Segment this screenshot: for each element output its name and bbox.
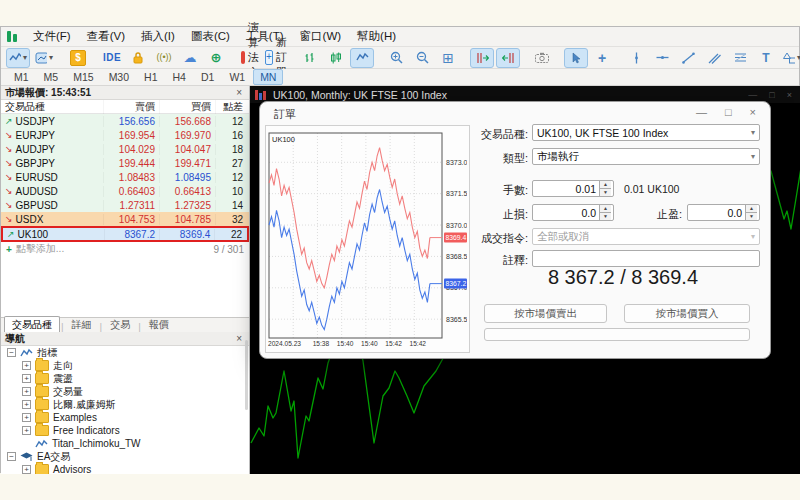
- close-icon[interactable]: ×: [787, 90, 792, 100]
- expand-icon[interactable]: +: [22, 361, 31, 370]
- table-row-gbpusd[interactable]: ↘GBPUSD1.273111.2732514: [1, 198, 249, 212]
- timeframe-h4[interactable]: H4: [166, 69, 193, 85]
- expand-icon[interactable]: +: [22, 465, 31, 474]
- order-type-select[interactable]: 市場執行 ▾: [532, 148, 760, 165]
- spinner-buttons[interactable]: ▲▼: [745, 205, 757, 220]
- bar-chart-type-button[interactable]: [298, 48, 322, 68]
- cursor-button[interactable]: [564, 48, 588, 68]
- symbol-select[interactable]: UK100, UK FTSE 100 Index ▾: [532, 124, 760, 141]
- menu-item-3[interactable]: 圖表(C): [183, 29, 238, 44]
- spinner-buttons[interactable]: ▲▼: [599, 205, 611, 220]
- community-button[interactable]: ⊕: [204, 48, 228, 68]
- algo-trading-button[interactable]: 演算法交易: [238, 48, 262, 68]
- shapes-button[interactable]: ▾: [780, 48, 800, 68]
- expand-icon[interactable]: +: [22, 374, 31, 383]
- horizontal-line-button[interactable]: [650, 48, 674, 68]
- tab-details[interactable]: 詳細: [65, 317, 99, 333]
- text-tool-button[interactable]: T: [754, 48, 778, 68]
- table-row-audusd[interactable]: ↘AUDUSD0.664030.6641310: [1, 184, 249, 198]
- stop-loss-stepper[interactable]: 0.0 ▲▼: [532, 204, 614, 221]
- timeframe-d1[interactable]: D1: [194, 69, 221, 85]
- tab-quotes[interactable]: 報價: [142, 317, 176, 333]
- close-icon[interactable]: ×: [750, 106, 756, 118]
- cloud-button[interactable]: ☁: [178, 48, 202, 68]
- timeframe-w1[interactable]: W1: [222, 69, 252, 85]
- table-row-usdx[interactable]: ↘USDX104.753104.78532: [1, 212, 249, 226]
- navigator-scrollbar[interactable]: [245, 340, 248, 410]
- ide-button[interactable]: IDE: [100, 48, 124, 68]
- timeframe-m15[interactable]: M15: [66, 69, 100, 85]
- zoom-in-button[interactable]: [384, 48, 408, 68]
- timeframe-h1[interactable]: H1: [137, 69, 164, 85]
- maximize-icon[interactable]: □: [769, 90, 774, 100]
- tick-chart: 8373.08371.58370.08368.58367.08365.58369…: [266, 126, 467, 350]
- table-row-usdjpy[interactable]: ↗USDJPY156.656156.66812: [1, 114, 249, 128]
- spin-up-icon[interactable]: ▲: [746, 205, 757, 212]
- column-header-spread[interactable]: 點差: [215, 100, 248, 114]
- trendline-button[interactable]: [676, 48, 700, 68]
- collapse-icon[interactable]: −: [7, 452, 16, 461]
- list-item-free-indicators[interactable]: +Free Indicators: [1, 424, 249, 437]
- line-chart-type-button[interactable]: [350, 48, 374, 68]
- profiles-button[interactable]: ▾: [32, 48, 56, 68]
- zoom-out-button[interactable]: [410, 48, 434, 68]
- timeframe-m30[interactable]: M30: [102, 69, 136, 85]
- expand-icon[interactable]: +: [22, 413, 31, 422]
- close-icon[interactable]: ×: [233, 333, 245, 344]
- crosshair-button[interactable]: +: [590, 48, 614, 68]
- volume-stepper[interactable]: 0.01 ▲▼: [532, 180, 614, 197]
- minimize-icon[interactable]: —: [696, 106, 707, 118]
- spin-down-icon[interactable]: ▼: [600, 188, 611, 196]
- expand-icon[interactable]: +: [22, 387, 31, 396]
- market-watch-toggle-button[interactable]: $: [66, 48, 90, 68]
- list-item-advisors[interactable]: +Advisors: [1, 463, 249, 474]
- list-item-titan-ichimoku-tw[interactable]: Titan_Ichimoku_TW: [1, 437, 249, 450]
- new-chart-button[interactable]: ▾: [6, 48, 30, 68]
- close-icon[interactable]: ×: [233, 87, 245, 98]
- spinner-buttons[interactable]: ▲▼: [599, 181, 611, 196]
- menu-item-1[interactable]: 查看(V): [79, 29, 133, 44]
- menu-item-6[interactable]: 幫助(H): [349, 29, 404, 44]
- expand-icon[interactable]: +: [22, 426, 31, 435]
- comment-input[interactable]: [532, 250, 760, 267]
- column-header-bid[interactable]: 賣價: [103, 100, 159, 114]
- tab-symbols[interactable]: 交易品種: [4, 316, 60, 333]
- expand-icon[interactable]: +: [22, 400, 31, 409]
- table-row-uk100[interactable]: ↗UK1008367.28369.422: [1, 226, 249, 242]
- spin-down-icon[interactable]: ▼: [746, 212, 757, 220]
- timeframe-m1[interactable]: M1: [7, 69, 36, 85]
- timeframe-m5[interactable]: M5: [37, 69, 66, 85]
- table-row-eurjpy[interactable]: ↘EURJPY169.954169.97016: [1, 128, 249, 142]
- menu-item-5[interactable]: 窗口(W): [292, 29, 350, 44]
- tile-windows-button[interactable]: ⊞: [436, 48, 460, 68]
- spin-up-icon[interactable]: ▲: [600, 181, 611, 188]
- sell-button[interactable]: 按市場價賣出: [484, 304, 607, 323]
- add-symbol-row[interactable]: + 點擊添加... 9 / 301: [1, 242, 249, 256]
- column-header-ask[interactable]: 買價: [159, 100, 215, 114]
- spin-up-icon[interactable]: ▲: [600, 205, 611, 212]
- table-row-eurusd[interactable]: ↘EURUSD1.084831.0849512: [1, 170, 249, 184]
- candle-chart-type-button[interactable]: [324, 48, 348, 68]
- signals-button[interactable]: ((•)): [152, 48, 176, 68]
- minimize-icon[interactable]: —: [748, 90, 757, 100]
- table-row-audjpy[interactable]: ↘AUDJPY104.029104.04718: [1, 142, 249, 156]
- channel-button[interactable]: [702, 48, 726, 68]
- lock-button[interactable]: [126, 48, 150, 68]
- buy-button[interactable]: 按市場價買入: [624, 304, 750, 323]
- maximize-icon[interactable]: □: [725, 106, 732, 118]
- auto-scroll-button[interactable]: [496, 48, 520, 68]
- collapse-icon[interactable]: −: [7, 348, 16, 357]
- vertical-line-button[interactable]: [624, 48, 648, 68]
- fibonacci-button[interactable]: [728, 48, 752, 68]
- timeframe-mn[interactable]: MN: [253, 69, 283, 85]
- column-header-symbol[interactable]: 交易品種: [1, 100, 103, 114]
- chart-shift-button[interactable]: [470, 48, 494, 68]
- tab-trade[interactable]: 交易: [103, 317, 137, 333]
- menu-item-0[interactable]: 文件(F): [25, 29, 79, 44]
- table-row-gbpjpy[interactable]: ↘GBPJPY199.444199.47127: [1, 156, 249, 170]
- spin-down-icon[interactable]: ▼: [600, 212, 611, 220]
- take-profit-stepper[interactable]: 0.0 ▲▼: [687, 204, 760, 221]
- menu-item-2[interactable]: 插入(I): [133, 29, 183, 44]
- screenshot-button[interactable]: [530, 48, 554, 68]
- new-order-button[interactable]: + 新訂單: [264, 48, 288, 68]
